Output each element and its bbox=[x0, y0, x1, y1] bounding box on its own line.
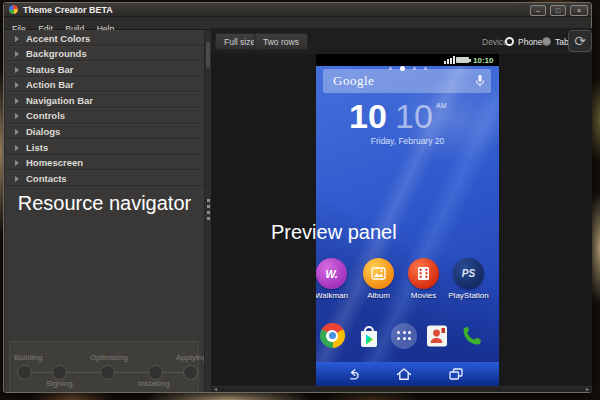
preview-panel-annotation: Preview panel bbox=[271, 222, 397, 243]
step-label-signing: Signing bbox=[46, 379, 73, 388]
expander-icon bbox=[15, 129, 19, 135]
contacts-icon bbox=[424, 322, 451, 349]
sidebar-item-accent-colors[interactable]: Accent Colors bbox=[5, 30, 204, 46]
status-clock: 10:10 bbox=[473, 56, 493, 65]
recents-icon bbox=[448, 367, 464, 381]
phone-status-bar: 10:10 bbox=[316, 54, 499, 66]
phone-radio[interactable] bbox=[505, 37, 514, 46]
expander-icon bbox=[15, 82, 19, 88]
step-circle-optimizing bbox=[100, 365, 115, 380]
sidebar-scrollbar-thumb[interactable] bbox=[206, 42, 210, 68]
step-label-optimizing: Optimizing bbox=[90, 353, 128, 362]
tablet-radio[interactable] bbox=[542, 37, 551, 46]
title-bar[interactable]: Theme Creator BETA – □ × bbox=[4, 3, 591, 17]
sidebar-item-lists[interactable]: Lists bbox=[5, 139, 204, 155]
window-title: Theme Creator BETA bbox=[23, 5, 113, 15]
preview-panel: Full size Two rows Device: Phone Tablet … bbox=[211, 28, 592, 392]
refresh-preview-button[interactable]: ⟳ bbox=[568, 30, 592, 52]
clock-meridiem: AM bbox=[436, 102, 447, 109]
expander-icon bbox=[15, 145, 19, 151]
scroll-right-arrow-icon[interactable]: ▸ bbox=[586, 386, 589, 393]
step-circle-building bbox=[17, 365, 32, 380]
sidebar-item-homescreen[interactable]: Homescreen bbox=[5, 155, 204, 171]
sidebar-item-action-bar[interactable]: Action Bar bbox=[5, 77, 204, 93]
app-walkman: W. Walkman bbox=[316, 258, 354, 300]
clock-minute: 10 bbox=[395, 99, 433, 133]
sidebar-item-contacts[interactable]: Contacts bbox=[5, 170, 204, 186]
playstation-icon: PS bbox=[453, 258, 484, 289]
step-circle-signing bbox=[52, 365, 67, 380]
desktop: Theme Creator BETA – □ × File Edit Build… bbox=[0, 0, 600, 400]
album-icon bbox=[363, 258, 394, 289]
movies-icon bbox=[408, 258, 439, 289]
chrome-icon bbox=[319, 322, 346, 349]
phone-homescreen: Google 10 10 AM Friday, February 20 bbox=[316, 66, 499, 363]
expander-icon bbox=[15, 98, 19, 104]
sidebar-item-status-bar[interactable]: Status Bar bbox=[5, 61, 204, 77]
step-label-installing: Installing bbox=[138, 379, 170, 388]
step-circle-applying bbox=[183, 365, 198, 380]
clock-hour: 10 bbox=[349, 99, 387, 133]
home-icon bbox=[396, 367, 412, 381]
close-button[interactable]: × bbox=[570, 5, 588, 16]
preview-h-scrollbar[interactable]: ◂ ▸ bbox=[211, 386, 592, 392]
expander-icon bbox=[15, 176, 19, 182]
sidebar-item-backgrounds[interactable]: Backgrounds bbox=[5, 46, 204, 62]
expander-icon bbox=[15, 36, 19, 42]
sidebar-item-controls[interactable]: Controls bbox=[5, 108, 204, 124]
preview-toolbar: Full size Two rows Device: Phone Tablet … bbox=[211, 28, 592, 54]
step-label-building: Building bbox=[14, 353, 42, 362]
app-album: Album bbox=[356, 258, 401, 300]
resource-navigator-annotation: Resource navigator bbox=[5, 193, 204, 214]
build-progress-stepper: Building Signing Optimizing Installing A… bbox=[9, 341, 199, 392]
battery-icon bbox=[456, 57, 469, 63]
expander-icon bbox=[15, 113, 19, 119]
expander-icon bbox=[15, 160, 19, 166]
back-icon bbox=[343, 367, 360, 381]
app-logo-icon bbox=[9, 5, 18, 14]
walkman-icon: W. bbox=[316, 258, 347, 289]
minimize-button[interactable]: – bbox=[530, 5, 546, 16]
preview-stage: 10:10 Google 10 10 bbox=[211, 54, 592, 386]
google-logo: Google bbox=[333, 73, 374, 89]
phone-icon bbox=[459, 322, 486, 349]
two-rows-button[interactable]: Two rows bbox=[254, 33, 308, 50]
app-window: Theme Creator BETA – □ × File Edit Build… bbox=[3, 2, 592, 393]
step-circle-installing bbox=[148, 365, 163, 380]
clock-date: Friday, February 20 bbox=[316, 136, 499, 146]
microphone-icon bbox=[475, 74, 485, 88]
sidebar-item-navigation-bar[interactable]: Navigation Bar bbox=[5, 92, 204, 108]
google-search-bar: Google bbox=[323, 69, 491, 93]
app-drawer-icon bbox=[391, 322, 418, 349]
play-store-icon bbox=[356, 322, 383, 349]
signal-icon bbox=[444, 56, 455, 64]
app-playstation: PS PlayStation bbox=[446, 258, 491, 300]
maximize-button[interactable]: □ bbox=[550, 5, 566, 16]
scroll-left-arrow-icon[interactable]: ◂ bbox=[214, 386, 217, 393]
step-label-applying: Applying bbox=[176, 353, 204, 362]
expander-icon bbox=[15, 51, 19, 57]
panel-splitter[interactable] bbox=[204, 30, 211, 392]
app-movies: Movies bbox=[401, 258, 446, 300]
sidebar-item-dialogs[interactable]: Dialogs bbox=[5, 124, 204, 140]
phone-preview: 10:10 Google 10 10 bbox=[316, 54, 499, 386]
phone-radio-label[interactable]: Phone bbox=[518, 37, 543, 47]
expander-icon bbox=[15, 67, 19, 73]
phone-nav-bar bbox=[316, 362, 499, 386]
resource-navigator: Accent Colors Backgrounds Status Bar Act… bbox=[5, 30, 204, 392]
